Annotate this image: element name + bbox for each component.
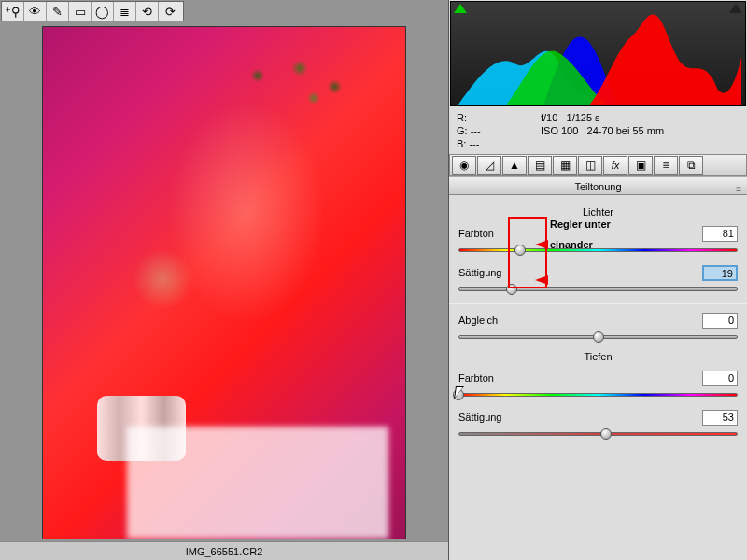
panel-tabstrip: ◉ ◿ ▲ ▤ ▦ ◫ fx ▣ ≡ ⧉ [449, 154, 747, 176]
top-toolbar: ⁺⚲ 👁 ✎ ▭ ◯ ≣ ⟲ ⟳ [1, 1, 184, 21]
triangle-icon[interactable]: ▲ [502, 156, 527, 175]
shadows-sat-label: Sättigung [458, 412, 522, 423]
balance-slider[interactable] [458, 330, 738, 343]
readout-r: R: --- [457, 111, 541, 124]
exif-info: R: --- G: --- B: --- f/10 1/125 s ISO 10… [449, 107, 747, 154]
shadows-sat-value[interactable]: 53 [702, 410, 738, 426]
highlights-sat-value[interactable]: 19 [702, 265, 738, 281]
brush-icon[interactable]: ✎ [47, 2, 69, 21]
shadows-sat-slider[interactable] [458, 427, 738, 441]
right-panel: R: --- G: --- B: --- f/10 1/125 s ISO 10… [448, 0, 747, 560]
rotate-ccw-icon[interactable]: ⟲ [136, 2, 159, 21]
list-icon[interactable]: ≣ [114, 2, 136, 21]
camera-icon[interactable]: ▣ [628, 156, 653, 175]
highlights-heading: Lichter [458, 206, 738, 217]
crop2-icon[interactable]: ▦ [553, 156, 577, 175]
fx-icon[interactable]: fx [603, 156, 627, 175]
highlights-hue-label: Farbton [458, 228, 522, 239]
highlights-sat-label: Sättigung [458, 267, 522, 278]
annotation-arrow-icon [535, 240, 548, 249]
aperture-label: f/10 [541, 112, 557, 123]
readout-b: B: --- [457, 137, 541, 150]
split-toning-panel: Lichter Farbton 81 Sättigung 19 Abgleich… [449, 195, 747, 455]
panel-title: Teiltonung ≡ [449, 176, 747, 195]
balance-value[interactable]: 0 [702, 313, 738, 329]
highlights-hue-value[interactable]: 81 [702, 226, 738, 242]
split-icon[interactable]: ◫ [578, 156, 602, 175]
shutter-label: 1/125 s [567, 112, 600, 123]
canvas-area[interactable] [0, 22, 448, 541]
magnify-plus-icon[interactable]: ⁺⚲ [2, 2, 24, 21]
iso-label: ISO 100 [541, 125, 578, 136]
rect-icon[interactable]: ▭ [69, 2, 92, 21]
cursor-icon [455, 386, 468, 403]
shadows-hue-slider[interactable] [458, 388, 738, 401]
eye-icon[interactable]: 👁 [24, 2, 47, 21]
shadows-heading: Tiefen [458, 351, 738, 362]
histogram[interactable] [450, 1, 746, 106]
rotate-cw-icon[interactable]: ⟳ [159, 2, 181, 21]
filename-label: IMG_66551.CR2 [0, 541, 448, 560]
preview-image [42, 26, 406, 539]
aperture-icon[interactable]: ◉ [452, 156, 476, 175]
sliders-icon[interactable]: ≡ [654, 156, 678, 175]
tone-icon[interactable]: ◿ [477, 156, 501, 175]
shadows-hue-value[interactable]: 0 [702, 371, 738, 386]
annotation-arrow-icon [535, 275, 548, 285]
presets-icon[interactable]: ⧉ [679, 156, 703, 175]
shadows-hue-label: Farbton [458, 372, 522, 384]
balance-label: Abgleich [458, 315, 522, 326]
lens-label: 24-70 bei 55 mm [587, 125, 665, 136]
readout-g: G: --- [457, 124, 541, 137]
highlights-hue-slider[interactable] [458, 244, 738, 257]
highlights-sat-slider[interactable] [458, 283, 738, 296]
crop-icon[interactable]: ▤ [528, 156, 552, 175]
oval-icon[interactable]: ◯ [92, 2, 114, 21]
